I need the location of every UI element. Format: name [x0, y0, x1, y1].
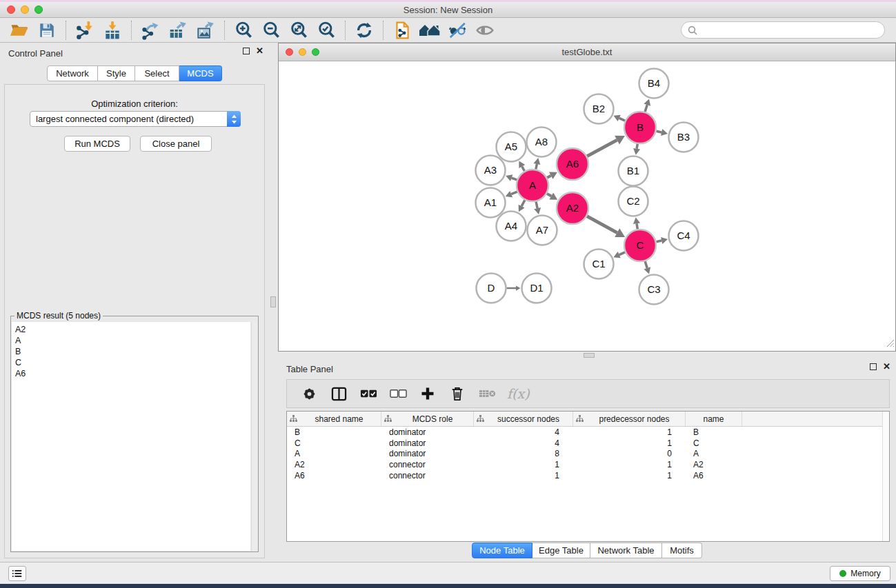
table-cell[interactable]: dominator: [381, 449, 474, 458]
memory-button[interactable]: Memory: [830, 566, 890, 581]
graph-node-B3[interactable]: B3: [669, 123, 699, 152]
export-network-icon[interactable]: [137, 19, 164, 41]
graph-node-C2[interactable]: C2: [619, 187, 648, 216]
table-row[interactable]: Bdominator41B: [287, 427, 882, 438]
tab-style[interactable]: Style: [98, 65, 135, 81]
table-cell[interactable]: 1: [573, 427, 686, 437]
network-graph[interactable]: B4B2BB3B1A5A8A6A3AA1A2A4A7C2CC1C4C3DD1: [279, 61, 895, 351]
graph-node-C4[interactable]: C4: [669, 221, 699, 251]
column-header[interactable]: name: [686, 412, 742, 426]
graph-node-A6[interactable]: A6: [557, 148, 588, 180]
float-panel-icon[interactable]: [870, 363, 877, 370]
table-row[interactable]: Cdominator41C: [287, 438, 882, 449]
table-cell[interactable]: 8: [474, 449, 573, 458]
column-header[interactable]: successor nodes: [474, 412, 573, 426]
table-cell[interactable]: B: [686, 427, 742, 437]
close-panel-icon[interactable]: ✕: [883, 363, 890, 370]
table-cell[interactable]: A6: [686, 471, 742, 480]
delete-table-icon[interactable]: [475, 382, 499, 405]
table-cell[interactable]: 1: [474, 471, 573, 480]
table-cell[interactable]: connector: [381, 471, 474, 480]
export-table-icon[interactable]: [164, 19, 192, 41]
graph-node-C1[interactable]: C1: [584, 250, 614, 279]
result-scrollbar[interactable]: [251, 322, 257, 551]
column-header[interactable]: MCDS role: [381, 412, 474, 426]
graph-node-A5[interactable]: A5: [497, 132, 526, 162]
table-cell[interactable]: C: [686, 438, 742, 448]
result-item[interactable]: C: [15, 357, 250, 368]
run-mcds-button[interactable]: Run MCDS: [64, 136, 130, 152]
table-cell[interactable]: A6: [287, 471, 381, 480]
float-panel-icon[interactable]: [243, 48, 250, 54]
graph-edge[interactable]: [644, 261, 650, 274]
table-cell[interactable]: dominator: [381, 438, 474, 448]
graph-node-A2[interactable]: A2: [557, 192, 588, 224]
graph-node-A1[interactable]: A1: [476, 188, 506, 218]
graph-edge[interactable]: [547, 192, 557, 199]
resize-grip-icon[interactable]: [885, 338, 895, 350]
table-settings-icon[interactable]: [297, 382, 321, 405]
graph-node-A7[interactable]: A7: [528, 216, 557, 245]
result-item[interactable]: A: [15, 335, 250, 346]
search-field[interactable]: [681, 21, 885, 39]
column-header[interactable]: shared name: [287, 412, 381, 426]
graph-node-A[interactable]: A: [517, 170, 548, 201]
graph-edge[interactable]: [587, 136, 625, 156]
vertical-split-divider[interactable]: [269, 43, 278, 562]
table-row[interactable]: A6connector11A6: [287, 470, 882, 481]
tab-network-table[interactable]: Network Table: [590, 543, 662, 558]
tab-node-table[interactable]: Node Table: [472, 543, 532, 558]
show-graphics-details-icon[interactable]: [471, 19, 499, 41]
graph-node-A3[interactable]: A3: [476, 156, 506, 185]
graph-edge[interactable]: [656, 237, 668, 244]
graph-node-A4[interactable]: A4: [497, 212, 526, 241]
table-row[interactable]: Adominator80A: [287, 448, 882, 459]
network-canvas[interactable]: B4B2BB3B1A5A8A6A3AA1A2A4A7C2CC1C4C3DD1: [279, 61, 895, 351]
graph-node-D1[interactable]: D1: [522, 274, 552, 303]
tab-mcds[interactable]: MCDS: [179, 65, 222, 81]
deselect-all-columns-icon[interactable]: [386, 382, 410, 405]
graph-edge[interactable]: [644, 99, 650, 112]
delete-column-icon[interactable]: [445, 382, 470, 405]
graph-node-C[interactable]: C: [624, 230, 656, 261]
graph-edge[interactable]: [519, 200, 525, 212]
table-row[interactable]: A2connector11A2: [287, 459, 882, 470]
tab-network[interactable]: Network: [47, 65, 98, 81]
table-cell[interactable]: 0: [573, 449, 686, 458]
divider-handle[interactable]: [270, 296, 276, 307]
result-item[interactable]: B: [15, 346, 250, 357]
select-all-columns-icon[interactable]: [356, 382, 381, 405]
column-header[interactable]: predecessor nodes: [573, 412, 686, 426]
table-scrollbar[interactable]: [882, 412, 889, 541]
function-builder-icon[interactable]: f(x): [507, 386, 530, 401]
table-cell[interactable]: 1: [474, 460, 573, 469]
graph-node-B[interactable]: B: [624, 112, 656, 143]
save-session-icon[interactable]: [33, 19, 61, 41]
graph-edge[interactable]: [507, 285, 521, 290]
zoom-selected-icon[interactable]: [312, 19, 340, 41]
graph-edge[interactable]: [519, 161, 525, 171]
table-cell[interactable]: B: [287, 427, 381, 437]
search-input[interactable]: [701, 23, 884, 37]
table-cell[interactable]: 1: [573, 471, 686, 480]
graph-edge[interactable]: [613, 115, 625, 121]
graph-node-C3[interactable]: C3: [639, 275, 669, 305]
table-cell[interactable]: A2: [686, 460, 742, 469]
graph-edge[interactable]: [633, 144, 640, 155]
add-column-icon[interactable]: [415, 382, 440, 405]
refresh-layout-icon[interactable]: [350, 19, 378, 41]
close-panel-icon[interactable]: ✕: [256, 48, 263, 54]
graph-node-B1[interactable]: B1: [619, 156, 648, 186]
mcds-result-list[interactable]: A2ABCA6: [12, 322, 250, 551]
table-cell[interactable]: A2: [287, 460, 381, 469]
tab-motifs[interactable]: Motifs: [662, 543, 702, 558]
graph-node-B4[interactable]: B4: [639, 69, 669, 99]
table-cell[interactable]: A: [287, 449, 381, 458]
table-cell[interactable]: 4: [474, 438, 573, 448]
table-cell[interactable]: C: [287, 438, 381, 448]
divider-handle[interactable]: [584, 353, 595, 358]
graph-edge[interactable]: [506, 191, 517, 197]
table-cell[interactable]: A: [686, 449, 742, 458]
table-cell[interactable]: 1: [573, 460, 686, 469]
export-image-icon[interactable]: [192, 19, 219, 41]
